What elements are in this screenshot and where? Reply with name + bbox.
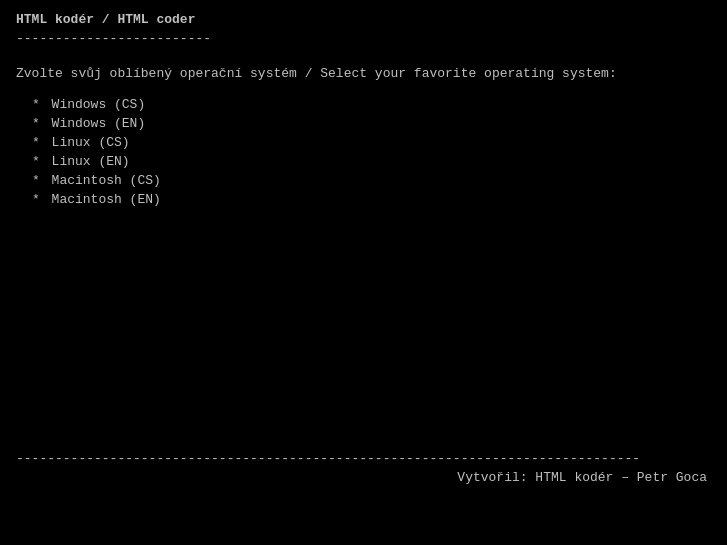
list-item: * Linux (CS) xyxy=(32,135,711,150)
bullet-icon: * xyxy=(32,192,48,207)
os-link[interactable]: Macintosh (CS) xyxy=(52,173,161,188)
footer-credit: Vytvořil: HTML kodér – Petr Goca xyxy=(16,470,711,485)
os-link[interactable]: Linux (CS) xyxy=(52,135,130,150)
bullet-icon: * xyxy=(32,135,48,150)
list-item: * Macintosh (EN) xyxy=(32,192,711,207)
bullet-icon: * xyxy=(32,173,48,188)
bullet-icon: * xyxy=(32,116,48,131)
os-list: * Windows (CS)* Windows (EN)* Linux (CS)… xyxy=(32,97,711,207)
os-link[interactable]: Windows (CS) xyxy=(52,97,146,112)
list-item: * Macintosh (CS) xyxy=(32,173,711,188)
footer-section: ----------------------------------------… xyxy=(0,451,727,485)
list-item: * Windows (EN) xyxy=(32,116,711,131)
bullet-icon: * xyxy=(32,154,48,169)
os-link[interactable]: Windows (EN) xyxy=(52,116,146,131)
list-item: * Linux (EN) xyxy=(32,154,711,169)
subtitle: Zvolte svůj oblíbený operační systém / S… xyxy=(16,66,711,81)
os-link[interactable]: Macintosh (EN) xyxy=(52,192,161,207)
page-title: HTML kodér / HTML coder xyxy=(16,12,711,27)
bullet-icon: * xyxy=(32,97,48,112)
divider-top: ------------------------- xyxy=(16,31,711,46)
os-link[interactable]: Linux (EN) xyxy=(52,154,130,169)
divider-bottom: ----------------------------------------… xyxy=(16,451,711,466)
list-item: * Windows (CS) xyxy=(32,97,711,112)
